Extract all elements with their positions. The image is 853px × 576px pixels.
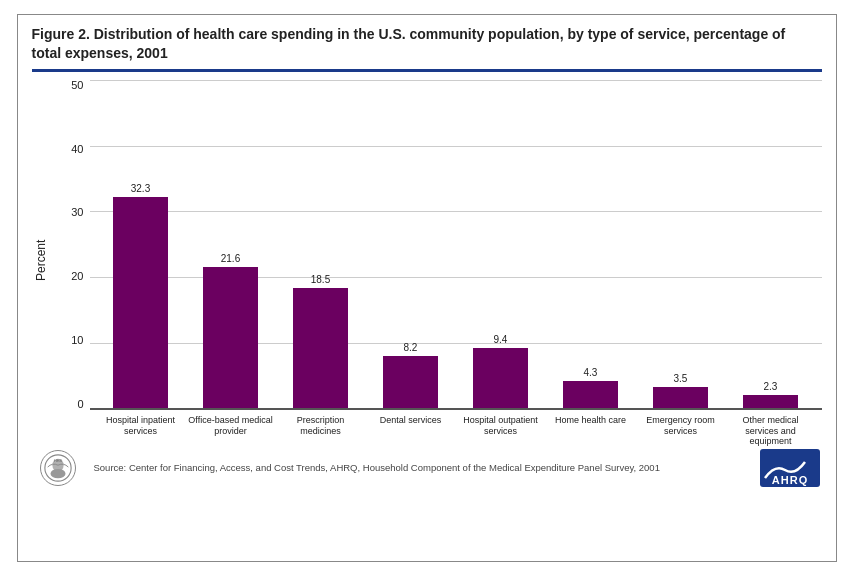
bar: 18.5 bbox=[293, 288, 349, 410]
x-axis-line bbox=[90, 408, 822, 410]
hhs-logo-container: HHS bbox=[32, 446, 84, 490]
x-labels: Hospital inpatient servicesOffice-based … bbox=[90, 412, 822, 440]
x-axis-label: Dental services bbox=[366, 412, 456, 426]
x-axis-label: Hospital outpatient services bbox=[456, 412, 546, 437]
bar-value-label: 8.2 bbox=[404, 342, 418, 353]
bar-group: 4.3 bbox=[546, 80, 636, 410]
bar-value-label: 9.4 bbox=[494, 334, 508, 345]
x-axis-label: Prescription medicines bbox=[276, 412, 366, 437]
y-axis-label: Percent bbox=[32, 80, 50, 440]
title-divider bbox=[32, 69, 822, 72]
chart-title: Figure 2. Distribution of health care sp… bbox=[32, 25, 822, 63]
bar-value-label: 2.3 bbox=[764, 381, 778, 392]
grid-and-bars: 50403020100 32.321.618.58.29.44.33.52.3 … bbox=[52, 80, 822, 440]
bar-value-label: 32.3 bbox=[131, 183, 150, 194]
ahrq-logo: AHRQ bbox=[760, 449, 820, 487]
bar-group: 3.5 bbox=[636, 80, 726, 410]
x-axis-label: Hospital inpatient services bbox=[96, 412, 186, 437]
bar-group: 18.5 bbox=[276, 80, 366, 410]
bar-group: 32.3 bbox=[96, 80, 186, 410]
bar-value-label: 21.6 bbox=[221, 253, 240, 264]
bars-container: 32.321.618.58.29.44.33.52.3 bbox=[90, 80, 822, 410]
x-axis-label: Other medical services and equipment bbox=[726, 412, 816, 447]
bar-value-label: 3.5 bbox=[674, 373, 688, 384]
y-tick-label: 40 bbox=[71, 144, 83, 155]
chart-container: Figure 2. Distribution of health care sp… bbox=[17, 14, 837, 562]
chart-area: Percent 50403020100 32.321.618.58.29.44.… bbox=[32, 80, 822, 440]
bar-value-label: 18.5 bbox=[311, 274, 330, 285]
bar-group: 9.4 bbox=[456, 80, 546, 410]
ahrq-logo-container: AHRQ bbox=[758, 446, 822, 490]
y-tick-label: 50 bbox=[71, 80, 83, 91]
bar: 3.5 bbox=[653, 387, 709, 410]
bar-value-label: 4.3 bbox=[584, 367, 598, 378]
footer: HHS Source: Center for Financing, Access… bbox=[32, 446, 822, 490]
svg-point-2 bbox=[50, 469, 65, 478]
bar-group: 8.2 bbox=[366, 80, 456, 410]
svg-text:AHRQ: AHRQ bbox=[771, 474, 807, 486]
y-tick-label: 30 bbox=[71, 207, 83, 218]
svg-text:HHS: HHS bbox=[54, 459, 62, 463]
bar: 21.6 bbox=[203, 267, 259, 410]
footer-source: Source: Center for Financing, Access, an… bbox=[94, 461, 748, 474]
y-tick-label: 10 bbox=[71, 335, 83, 346]
y-tick-label: 20 bbox=[71, 271, 83, 282]
bar-group: 2.3 bbox=[726, 80, 816, 410]
y-tick-labels: 50403020100 bbox=[52, 80, 88, 410]
bar: 4.3 bbox=[563, 381, 619, 409]
x-axis-label: Emergency room services bbox=[636, 412, 726, 437]
bar: 8.2 bbox=[383, 356, 439, 410]
x-axis-label: Office-based medical provider bbox=[186, 412, 276, 437]
bar: 9.4 bbox=[473, 348, 529, 410]
x-axis-label: Home health care bbox=[546, 412, 636, 426]
chart-inner: 50403020100 32.321.618.58.29.44.33.52.3 … bbox=[52, 80, 822, 440]
hhs-logo: HHS bbox=[40, 450, 76, 486]
bar-group: 21.6 bbox=[186, 80, 276, 410]
y-tick-label: 0 bbox=[77, 399, 83, 410]
bar: 32.3 bbox=[113, 197, 169, 410]
